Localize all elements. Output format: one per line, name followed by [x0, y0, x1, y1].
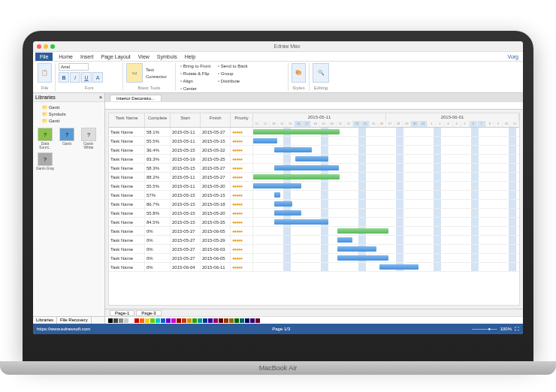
shape-item[interactable]: ?Gantt-Gray — [35, 152, 55, 175]
gantt-row[interactable]: Task Name83.3%2015-05-192015-05-25●●●●● — [109, 155, 519, 164]
color-swatch[interactable] — [150, 318, 155, 323]
column-header[interactable]: Complete — [145, 113, 171, 127]
gantt-row[interactable]: Task Name36.4%2015-05-152015-05-22●●●●● — [109, 146, 519, 155]
arrange-center[interactable]: ▫ Center — [179, 86, 215, 92]
color-swatch[interactable] — [140, 318, 144, 323]
color-swatch[interactable] — [113, 318, 118, 323]
arrange-rotate---flip[interactable]: ▫ Rotate & Flip — [179, 71, 215, 77]
close-icon[interactable]: × — [99, 95, 102, 100]
timeline-cell[interactable] — [253, 209, 519, 217]
color-swatch[interactable] — [108, 318, 113, 323]
menu-home[interactable]: Home — [55, 53, 77, 61]
tree-item[interactable]: 📁 Gantt — [35, 117, 103, 124]
select-button[interactable]: ▭ — [126, 63, 143, 83]
gantt-row[interactable]: Task Name84.5%2015-05-152015-05-25●●●●● — [109, 218, 519, 227]
gantt-bar[interactable] — [337, 228, 388, 234]
menu-help[interactable]: Help — [181, 53, 199, 61]
font-color-button[interactable]: A — [92, 72, 103, 83]
document-tab[interactable]: Interior Decoratio... — [110, 95, 162, 101]
timeline-cell[interactable] — [253, 155, 519, 163]
color-swatch[interactable] — [171, 318, 176, 323]
gantt-row[interactable]: Task Name55.8%2015-05-152015-05-20●●●●● — [109, 209, 519, 218]
tree-item[interactable]: 📁 Gantt — [35, 104, 103, 110]
gantt-bar[interactable] — [274, 219, 328, 225]
menu-page-layout[interactable]: Page Layout — [97, 53, 134, 61]
gantt-bar[interactable] — [295, 156, 328, 161]
gantt-row[interactable]: Task Name57%2015-05-152015-05-15●●●●● — [109, 191, 519, 200]
timeline-cell[interactable] — [253, 218, 519, 226]
tree-item[interactable]: 📁 Symbols — [35, 110, 103, 117]
sidebar-tab[interactable]: Libraries — [33, 317, 57, 324]
color-swatch[interactable] — [119, 318, 123, 323]
file-menu[interactable]: File — [35, 53, 53, 61]
gantt-row[interactable]: Task Name58.1%2015-05-112015-05-27●●●●● — [109, 128, 519, 137]
color-swatch[interactable] — [198, 318, 202, 323]
timeline-cell[interactable] — [253, 245, 519, 253]
column-header[interactable]: Start — [171, 113, 201, 127]
arrange-distribute[interactable]: ▫ Distribute — [216, 78, 252, 84]
timeline-cell[interactable] — [253, 137, 519, 145]
timeline-cell[interactable] — [253, 254, 519, 262]
color-swatch[interactable] — [129, 318, 134, 323]
paste-button[interactable]: 📋 — [38, 63, 52, 83]
color-swatch[interactable] — [161, 318, 165, 323]
page-tab[interactable]: Page-1 — [110, 310, 134, 316]
column-header[interactable]: Finish — [201, 113, 231, 127]
color-swatch[interactable] — [255, 318, 260, 323]
styles-button[interactable]: 🎨 — [292, 63, 306, 83]
zoom-slider[interactable]: ─────●── — [472, 327, 497, 331]
underline-button[interactable]: U — [81, 72, 92, 83]
color-swatch[interactable] — [124, 318, 128, 323]
column-header[interactable]: Task Name — [109, 113, 145, 127]
gantt-bar[interactable] — [274, 192, 280, 198]
shape-item[interactable]: ?Gantt — [57, 128, 77, 150]
gantt-bar[interactable] — [274, 165, 339, 170]
gantt-row[interactable]: Task Name55.5%2015-05-112015-05-20●●●●● — [109, 182, 519, 191]
gantt-row[interactable]: Task Name0%2015-05-272015-05-29●●●●● — [109, 236, 519, 245]
close-icon[interactable] — [37, 44, 41, 49]
text-tool[interactable]: Text — [144, 67, 168, 73]
gantt-bar[interactable] — [253, 174, 340, 179]
connector-tool[interactable]: Connector — [144, 74, 168, 80]
color-swatch[interactable] — [240, 318, 244, 323]
gantt-bar[interactable] — [337, 237, 352, 243]
gantt-chart[interactable]: Task NameCompleteStartFinishPriority2015… — [108, 113, 520, 306]
minimize-icon[interactable] — [44, 44, 48, 49]
user-label[interactable]: Vorg — [508, 54, 521, 59]
color-swatch[interactable] — [245, 318, 249, 323]
color-swatch[interactable] — [219, 318, 223, 323]
timeline-cell[interactable] — [253, 146, 519, 154]
column-header[interactable]: Priority — [231, 113, 253, 127]
italic-button[interactable]: I — [70, 72, 80, 83]
color-swatch[interactable] — [213, 318, 218, 323]
timeline-cell[interactable] — [253, 128, 519, 136]
menu-symbols[interactable]: Symbols — [153, 53, 181, 61]
arrange-send-to-back[interactable]: ▫ Send to Back — [216, 63, 252, 69]
color-swatch[interactable] — [224, 318, 228, 323]
color-swatch[interactable] — [229, 318, 234, 323]
color-swatch[interactable] — [177, 318, 181, 323]
timeline-cell[interactable] — [253, 263, 519, 271]
arrange-align[interactable]: ▫ Align — [179, 78, 215, 84]
color-swatch[interactable] — [192, 318, 197, 323]
shape-item[interactable]: ?Gantt-White — [79, 128, 98, 150]
color-swatch[interactable] — [134, 318, 139, 323]
gantt-row[interactable]: Task Name0%2015-05-272015-06-05●●●●● — [109, 254, 519, 263]
arrange-group[interactable]: ▫ Group — [216, 71, 252, 77]
gantt-bar[interactable] — [274, 147, 312, 152]
shape-item[interactable]: ?Data Sourc.. — [35, 128, 55, 150]
gantt-bar[interactable] — [253, 138, 277, 143]
timeline-cell[interactable] — [253, 173, 519, 181]
fullscreen-icon[interactable]: ⛶ — [515, 327, 519, 331]
color-swatch[interactable] — [208, 318, 213, 323]
gantt-bar[interactable] — [337, 246, 376, 252]
color-swatch[interactable] — [234, 318, 239, 323]
sidebar-tab[interactable]: File Recovery — [57, 317, 92, 324]
gantt-bar[interactable] — [253, 129, 340, 134]
timeline-cell[interactable] — [253, 236, 519, 244]
color-swatch[interactable] — [182, 318, 186, 323]
timeline-cell[interactable] — [253, 227, 519, 235]
color-swatch[interactable] — [166, 318, 171, 323]
gantt-bar[interactable] — [337, 255, 388, 261]
zoom-level[interactable]: 100% — [500, 327, 512, 331]
